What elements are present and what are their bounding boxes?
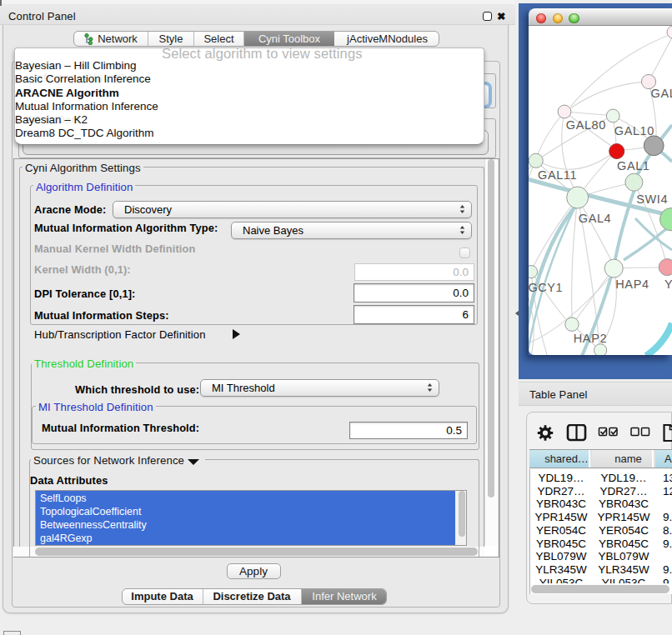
- svg-text:HAP4: HAP4: [615, 278, 649, 291]
- svg-text:GAL80: GAL80: [566, 118, 606, 132]
- svg-text:HAP2: HAP2: [574, 332, 607, 345]
- svg-text:GAL1: GAL1: [617, 159, 649, 172]
- svg-text:GCY1: GCY1: [529, 281, 563, 294]
- svg-text:GAL11: GAL11: [538, 168, 577, 182]
- svg-text:GAL10: GAL10: [614, 124, 654, 138]
- svg-text:Y: Y: [664, 278, 672, 291]
- svg-text:GAL7: GAL7: [651, 87, 672, 100]
- svg-text:GAL4: GAL4: [579, 212, 611, 225]
- svg-text:SWI4: SWI4: [636, 192, 668, 206]
